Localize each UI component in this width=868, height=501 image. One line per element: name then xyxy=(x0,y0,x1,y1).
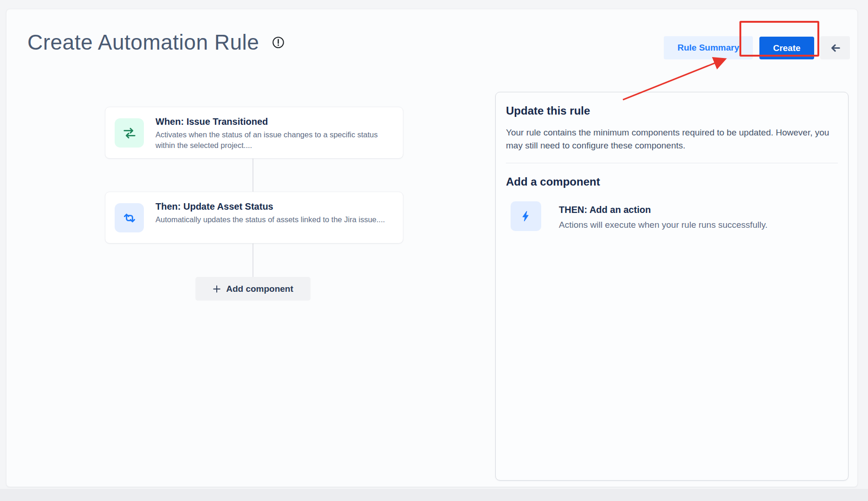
panel-item-description: Actions will execute when your rule runs… xyxy=(559,220,768,230)
add-component-label: Add component xyxy=(226,284,293,294)
panel-description: Your rule contains the minimum component… xyxy=(506,126,831,153)
create-button[interactable]: Create xyxy=(759,37,814,59)
flow-connector xyxy=(253,244,253,277)
page-header: Create Automation Rule xyxy=(27,30,285,55)
trigger-card-issue-transitioned[interactable]: When: Issue Transitioned Activates when … xyxy=(105,107,403,159)
window-bottom-strip xyxy=(0,489,868,501)
rule-summary-button[interactable]: Rule Summary xyxy=(664,36,753,59)
retweet-loop-icon xyxy=(115,203,144,232)
divider xyxy=(506,163,838,163)
plus-icon xyxy=(213,285,221,293)
panel-heading: Update this rule xyxy=(506,104,838,118)
arrow-left-icon xyxy=(829,42,842,54)
flow-connector xyxy=(253,159,253,192)
transition-arrows-icon xyxy=(115,118,144,148)
lightning-bolt-icon xyxy=(511,201,541,231)
alert-circle-icon[interactable] xyxy=(272,36,285,49)
add-component-button[interactable]: Add component xyxy=(195,277,311,301)
action-card-update-asset-status[interactable]: Then: Update Asset Status Automatically … xyxy=(105,192,403,244)
add-component-section-heading: Add a component xyxy=(506,175,838,188)
back-button[interactable] xyxy=(820,36,850,59)
action-card-title: Then: Update Asset Status xyxy=(155,200,385,212)
rule-update-panel: Update this rule Your rule contains the … xyxy=(495,92,849,481)
trigger-card-description: Activates when the status of an issue ch… xyxy=(155,129,392,151)
create-rule-window: Create Automation Rule Rule Summary Crea… xyxy=(6,9,858,487)
trigger-card-title: When: Issue Transitioned xyxy=(155,116,392,128)
panel-item-title: THEN: Add an action xyxy=(559,205,768,215)
page-title: Create Automation Rule xyxy=(27,30,259,55)
panel-item-then-add-action[interactable]: THEN: Add an action Actions will execute… xyxy=(511,201,838,231)
action-card-description: Automatically updates the status of asse… xyxy=(155,214,385,225)
